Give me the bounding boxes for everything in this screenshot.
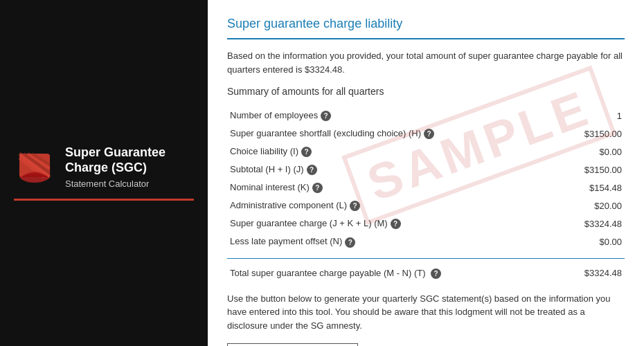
table-row: Number of employees?1 (227, 107, 625, 125)
logo-area: Super Guarantee Charge (SGC) Statement C… (14, 145, 194, 188)
total-value: $3324.48 (559, 264, 625, 282)
logo-text-block: Super Guarantee Charge (SGC) Statement C… (65, 145, 194, 188)
row-value-0: 1 (557, 107, 625, 125)
left-panel: Super Guarantee Charge (SGC) Statement C… (0, 0, 208, 346)
logo-subtitle: Statement Calculator (65, 179, 194, 189)
row-label-4: Nominal interest (K)? (227, 179, 557, 197)
row-label-1: Super guarantee shortfall (excluding cho… (227, 125, 557, 143)
row-label-5: Administrative component (L)? (227, 197, 557, 215)
row-label-6: Super guarantee charge (J + K + L) (M)? (227, 215, 557, 233)
row-value-6: $3324.48 (557, 215, 625, 233)
summary-table: Number of employees?1Super guarantee sho… (227, 107, 625, 251)
red-divider-line (14, 199, 194, 201)
row-info-icon-7[interactable]: ? (345, 237, 355, 248)
panel-title: Super guarantee charge liability (227, 17, 625, 39)
right-panel: SAMPLE Super guarantee charge liability … (208, 0, 644, 346)
row-value-4: $154.48 (557, 179, 625, 197)
total-label: Total super guarantee charge payable (M … (227, 264, 559, 282)
footer-text: Use the button below to generate your qu… (227, 292, 625, 333)
row-info-icon-2[interactable]: ? (301, 147, 312, 157)
row-label-7: Less late payment offset (N)? (227, 233, 557, 251)
row-info-icon-6[interactable]: ? (391, 219, 401, 229)
total-table: Total super guarantee charge payable (M … (227, 264, 625, 282)
row-info-icon-5[interactable]: ? (350, 201, 360, 211)
logo-title: Super Guarantee Charge (SGC) (65, 145, 194, 175)
row-label-0: Number of employees? (227, 107, 557, 125)
table-row: Super guarantee shortfall (excluding cho… (227, 125, 625, 143)
total-info-icon[interactable]: ? (431, 268, 441, 279)
row-info-icon-4[interactable]: ? (312, 183, 323, 193)
row-value-5: $20.00 (557, 197, 625, 215)
table-row: Administrative component (L)?$20.00 (227, 197, 625, 215)
sgc-logo-icon (14, 147, 55, 188)
table-row: Super guarantee charge (J + K + L) (M)?$… (227, 215, 625, 233)
row-value-2: $0.00 (557, 143, 625, 161)
intro-text: Based on the information you provided, y… (227, 49, 625, 76)
table-row: Less late payment offset (N)?$0.00 (227, 233, 625, 251)
table-row: Subtotal (H + I) (J)?$3150.00 (227, 161, 625, 179)
row-label-3: Subtotal (H + I) (J)? (227, 161, 557, 179)
summary-heading: Summary of amounts for all quarters (227, 86, 625, 97)
table-row: Nominal interest (K)?$154.48 (227, 179, 625, 197)
row-info-icon-0[interactable]: ? (321, 111, 331, 121)
row-info-icon-3[interactable]: ? (307, 165, 317, 175)
row-value-7: $0.00 (557, 233, 625, 251)
row-value-3: $3150.00 (557, 161, 625, 179)
total-row: Total super guarantee charge payable (M … (227, 264, 625, 282)
table-divider (227, 258, 625, 259)
row-value-1: $3150.00 (557, 125, 625, 143)
generate-sgc-statement-button[interactable]: Generate SGC statement (227, 343, 358, 346)
row-label-2: Choice liability (I)? (227, 143, 557, 161)
table-row: Choice liability (I)?$0.00 (227, 143, 625, 161)
row-info-icon-1[interactable]: ? (424, 129, 434, 139)
